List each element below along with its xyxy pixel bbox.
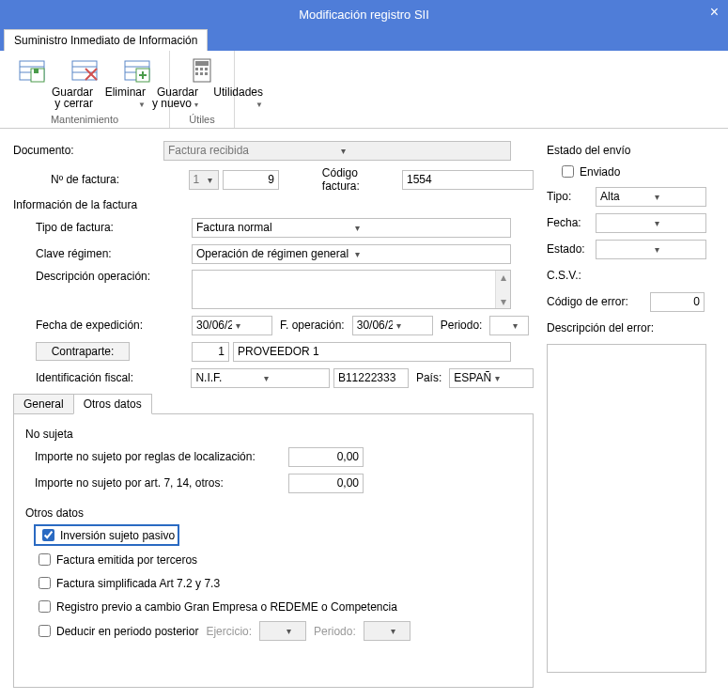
codigo-error-input[interactable] [650,292,705,312]
scroll-up-icon[interactable]: ▴ [501,271,506,284]
chk-factura-simplificada[interactable] [39,577,51,589]
info-factura-header: Información de la factura [13,198,534,211]
num-factura-input[interactable] [223,170,279,190]
chk-deducir-posterior[interactable] [39,625,51,637]
chevron-down-icon: ▾ [387,626,410,636]
chk-isp-label: Inversión sujeto pasivo [60,529,175,542]
ejercicio-select: ▾ [259,621,306,641]
svg-rect-22 [200,72,203,75]
chk-registro-label: Registro previo a cambio Gran Empresa o … [56,600,397,614]
tipo-factura-select[interactable]: Factura normal▾ [192,218,511,238]
importe-reglas-input[interactable] [288,447,364,467]
clave-regimen-label: Clave régimen: [13,247,192,260]
envio-fecha-input[interactable]: ▾ [596,213,706,233]
chk-factura-emitida-terceros[interactable] [39,553,51,566]
contraparte-name-input[interactable] [233,342,511,362]
descripcion-error-label: Descripción del error: [547,321,654,334]
estado-envio-header: Estado del envío [547,144,716,157]
envio-estado-label: Estado: [547,242,596,256]
ribbon-tabstrip: Suministro Inmediato de Información [0,28,728,51]
chevron-down-icon: ▾ [351,223,510,233]
ejercicio-label: Ejercicio: [198,625,259,638]
window-title: Modificación registro SII [299,8,429,22]
descripcion-label: Descripción operación: [13,270,192,283]
tipo-factura-label: Tipo de factura: [13,221,192,234]
scroll-down-icon[interactable]: ▾ [501,295,506,308]
chevron-down-icon: ▾ [393,320,432,331]
codigo-error-label: Código de error: [547,295,650,308]
clave-regimen-select[interactable]: Operación de régimen general▾ [192,244,511,264]
num-factura-prefix[interactable]: 1▾ [189,170,219,190]
periodo-select[interactable]: ▾ [489,316,529,335]
fecha-expedicion-input[interactable]: 30/06/20XX▾ [192,316,272,335]
descripcion-error-textarea[interactable] [547,344,706,673]
estado-envio-panel: Estado del envío Enviado Tipo: Alta▾ Fec… [547,140,716,688]
envio-estado-select[interactable]: ▾ [596,240,706,259]
save-close-icon [17,54,47,85]
chevron-down-icon: ▾ [351,249,510,259]
svg-rect-23 [205,72,208,75]
num-factura-label: Nº de factura: [13,173,158,186]
id-fiscal-tipo-select[interactable]: N.I.F.▾ [191,368,329,388]
ribbon-group-utiles: Utilidades▼ Útiles [170,51,235,128]
descripcion-textarea[interactable]: ▴▾ [192,270,511,309]
importe-art714-label: Importe no sujeto por art. 7, 14, otros: [35,476,288,490]
fecha-operacion-label: F. operación: [272,319,352,332]
tab-otros-datos[interactable]: Otros datos [73,394,152,414]
contraparte-code-input[interactable] [192,342,229,362]
save-new-icon [122,54,152,85]
codigo-factura-input[interactable] [402,170,534,190]
ribbon-group-label: Útiles [178,111,226,128]
chk-emitida-label: Factura emitida por terceros [56,553,197,567]
detail-tabs: General Otros datos [13,394,534,414]
ribbon-tab-sii[interactable]: Suministro Inmediato de Información [4,29,208,51]
svg-rect-21 [195,72,198,75]
delete-icon [70,54,100,85]
chevron-down-icon: ▾ [337,146,510,156]
envio-fecha-label: Fecha: [547,216,596,229]
codigo-factura-label: Código factura: [315,166,402,193]
tab-general[interactable]: General [13,394,74,414]
chevron-down-icon: ▾ [204,175,218,185]
periodo-label: Periodo: [433,319,490,332]
documento-select[interactable]: Factura recibida▾ [163,141,511,161]
periodo2-select: ▾ [364,621,410,641]
chk-inversion-sujeto-pasivo[interactable] [42,529,54,541]
ribbon-group-label: Mantenimiento [8,111,162,128]
calculator-icon [187,54,217,85]
documento-label: Documento: [13,144,163,157]
svg-rect-19 [200,68,203,70]
id-fiscal-valor-input[interactable] [333,368,409,388]
chk-enviado-label: Enviado [580,165,620,179]
pais-label: País: [409,371,449,384]
chevron-down-icon: ▾ [283,626,305,636]
chevron-down-icon: ▾ [232,320,271,331]
chevron-down-icon: ▾ [651,218,705,228]
tab-body-otros: No sujeta Importe no sujeto por reglas d… [13,413,534,688]
chk-registro-previo[interactable] [39,600,51,613]
contraparte-button[interactable]: Contraparte: [36,342,130,361]
envio-tipo-select[interactable]: Alta▾ [596,187,706,207]
utilities-button[interactable]: Utilidades▼ [178,54,226,111]
svg-rect-18 [195,68,198,70]
chevron-down-icon: ▾ [509,320,528,331]
title-bar: Modificación registro SII × [0,0,728,28]
importe-art714-input[interactable] [288,474,364,493]
svg-rect-17 [195,61,209,66]
no-sujeta-header: No sujeta [25,428,521,441]
chevron-down-icon: ▼ [256,101,263,109]
svg-rect-4 [34,69,39,73]
chk-enviado[interactable] [562,165,574,178]
envio-csv-label: C.S.V.: [547,269,581,282]
importe-reglas-label: Importe no sujeto por reglas de localiza… [35,450,288,463]
svg-rect-20 [205,68,208,70]
fecha-expedicion-label: Fecha de expedición: [13,319,192,332]
fecha-operacion-input[interactable]: 30/06/20XX▾ [352,316,433,335]
close-icon[interactable]: × [710,4,719,21]
chevron-down-icon: ▾ [491,373,533,383]
chevron-down-icon: ▾ [651,192,705,202]
chk-simp-label: Factura simplificada Art 7.2 y 7.3 [56,577,220,590]
ribbon: Guardary cerrar Eliminar▼ Guardary nuevo… [0,51,728,129]
chk-deducir-label: Deducir en periodo posterior [56,625,198,638]
pais-select[interactable]: ESPAÑA▾ [449,368,534,388]
